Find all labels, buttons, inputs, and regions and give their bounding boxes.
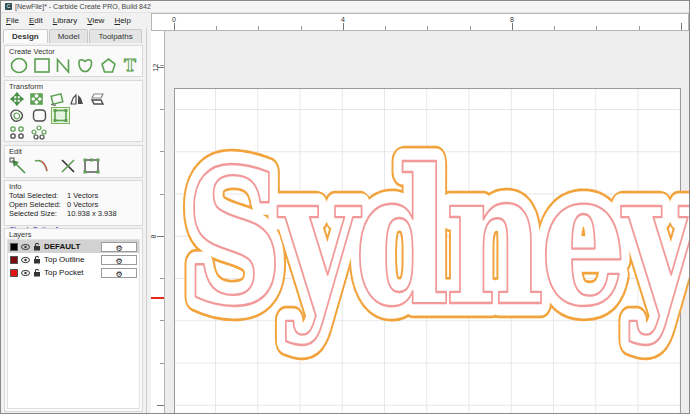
polygon-tool[interactable] xyxy=(99,57,118,74)
transform-title: Transform xyxy=(5,81,142,91)
fillet-tool[interactable] xyxy=(31,108,48,123)
tab-design[interactable]: Design xyxy=(3,29,48,43)
info-label: Open Selected: xyxy=(9,200,67,209)
trim-vectors-tool[interactable] xyxy=(59,157,77,175)
eye-icon[interactable] xyxy=(21,243,30,251)
ruler-top: 048 xyxy=(164,13,689,31)
shear-icon xyxy=(92,94,103,104)
layer-row-top-outline[interactable]: Top Outline⚙ xyxy=(8,253,139,266)
circle-tool[interactable] xyxy=(9,57,29,74)
shear-tool[interactable] xyxy=(89,92,105,106)
curve-edit-tool[interactable] xyxy=(33,157,55,175)
ruler-top-major-ticks xyxy=(164,23,688,30)
layer-name: DEFAULT xyxy=(44,242,98,251)
app-window: C [NewFile]* - Carbide Create PRO, Build… xyxy=(0,0,690,414)
linear-array-tool[interactable] xyxy=(9,125,26,140)
layer-settings-button[interactable]: ⚙ xyxy=(101,242,137,252)
menu-file[interactable]: File xyxy=(1,14,24,27)
circular-array-tool[interactable] xyxy=(30,125,48,140)
fillet-icon xyxy=(34,110,46,121)
layer-color-swatch[interactable] xyxy=(10,243,18,251)
polygon-icon xyxy=(102,59,115,72)
info-label: Total Selected: xyxy=(9,191,67,200)
circular-array-icon xyxy=(32,126,46,139)
join-vectors-icon xyxy=(84,159,100,174)
layer-row-top-pocket[interactable]: Top Pocket⚙ xyxy=(8,266,139,279)
ruler-corner xyxy=(151,13,165,31)
rectangle-icon xyxy=(35,59,49,72)
move-tool[interactable] xyxy=(9,92,25,106)
text-icon: T xyxy=(124,57,136,74)
design-panel: DesignModelToolpaths Create Vector xyxy=(1,28,147,413)
scale-icon xyxy=(31,94,42,104)
circle-icon xyxy=(12,59,27,73)
ruler-left-label: 8 xyxy=(150,235,157,239)
word-vector-outline[interactable]: Sydney xyxy=(185,127,689,348)
ruler-top-label: 0 xyxy=(172,16,176,23)
mirror-tool[interactable] xyxy=(69,92,85,106)
window-title: [NewFile]* - Carbide Create PRO, Build 8… xyxy=(15,3,151,10)
offset-selected-icon xyxy=(54,109,68,122)
mirror-icon xyxy=(71,95,83,104)
layer-settings-button[interactable]: ⚙ xyxy=(101,255,137,265)
create-vector-group: Create Vector T xyxy=(4,45,143,77)
node-edit-icon xyxy=(10,158,25,173)
edit-title: Edit xyxy=(5,146,142,156)
title-bar: C [NewFile]* - Carbide Create PRO, Build… xyxy=(1,1,689,13)
lock-icon[interactable] xyxy=(33,242,41,251)
curve-icon xyxy=(79,60,92,72)
menu-view[interactable]: View xyxy=(82,14,109,27)
lock-icon[interactable] xyxy=(33,255,41,264)
linear-array-icon xyxy=(11,127,23,138)
trim-vectors-icon xyxy=(62,160,74,172)
offset-icon xyxy=(11,110,23,121)
curve-tool[interactable] xyxy=(76,57,95,74)
menu-help[interactable]: Help xyxy=(109,14,135,27)
tab-toolpaths[interactable]: Toolpaths xyxy=(89,29,141,43)
rotate-icon xyxy=(51,94,63,105)
layer-name: Top Outline xyxy=(44,255,98,264)
design-canvas[interactable]: Sydney Sydney Sydney xyxy=(165,31,689,413)
info-value: 1 Vectors xyxy=(67,191,98,200)
text-tool[interactable]: T xyxy=(122,57,138,74)
layer-settings-button[interactable]: ⚙ xyxy=(101,268,137,278)
eye-icon[interactable] xyxy=(21,269,30,277)
app-icon: C xyxy=(5,3,12,10)
offset-selected-tool[interactable] xyxy=(52,108,69,123)
ruler-left-major-ticks xyxy=(157,31,164,413)
scale-tool[interactable] xyxy=(29,92,44,106)
node-edit-tool[interactable] xyxy=(9,157,29,175)
info-row: Selected Size:10.938 x 3.938 xyxy=(5,209,142,218)
rectangle-tool[interactable] xyxy=(33,57,51,74)
menu-library[interactable]: Library xyxy=(48,14,82,27)
layer-color-swatch[interactable] xyxy=(10,256,18,264)
layer-row-default[interactable]: DEFAULT⚙ xyxy=(8,240,139,253)
rotate-tool[interactable] xyxy=(48,92,65,106)
cursor-position-marker xyxy=(151,297,164,299)
transform-group: Transform xyxy=(4,80,143,142)
edit-group: Edit xyxy=(4,145,143,178)
offset-tool[interactable] xyxy=(9,108,27,123)
join-vectors-tool[interactable] xyxy=(81,157,103,175)
info-label: Selected Size: xyxy=(9,209,67,218)
info-row: Total Selected:1 Vectors xyxy=(5,191,142,200)
layers-title: Layers xyxy=(5,229,142,239)
layers-group: Layers DEFAULT⚙Top Outline⚙Top Pocket⚙ xyxy=(4,228,143,412)
layer-color-swatch[interactable] xyxy=(10,269,18,277)
mode-tabs: DesignModelToolpaths xyxy=(3,29,143,43)
ruler-left: 128 xyxy=(151,31,165,413)
info-group: Info Total Selected:1 VectorsOpen Select… xyxy=(4,180,143,226)
ruler-left-label: 12 xyxy=(152,64,159,72)
menu-bar: FileEditLibraryViewHelp xyxy=(1,13,151,28)
ruler-top-label: 8 xyxy=(510,16,514,23)
eye-icon[interactable] xyxy=(21,256,30,264)
lock-icon[interactable] xyxy=(33,268,41,277)
curve-edit-icon xyxy=(35,160,47,171)
info-value: 10.938 x 3.938 xyxy=(67,209,117,218)
info-row: Open Selected:0 Vectors xyxy=(5,200,142,209)
ruler-top-label: 4 xyxy=(341,16,345,23)
polyline-tool[interactable] xyxy=(55,57,72,74)
tab-model[interactable]: Model xyxy=(49,29,89,43)
menu-edit[interactable]: Edit xyxy=(24,14,48,27)
design-artwork[interactable]: Sydney Sydney Sydney xyxy=(165,31,689,413)
